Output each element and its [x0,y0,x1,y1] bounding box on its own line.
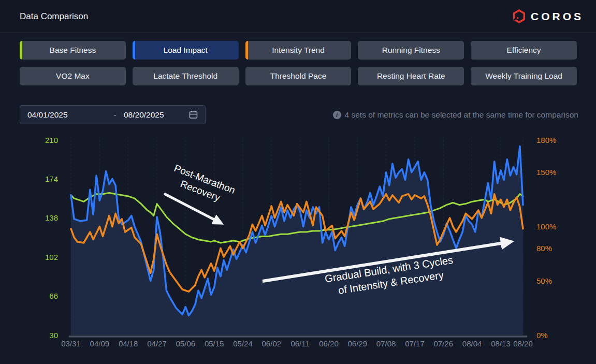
page-title: Data Comparison [20,11,88,22]
x-axis-tick: 05/06 [176,339,196,348]
x-axis-tick: 08/13 [491,339,511,348]
left-axis-tick: 138 [45,213,58,222]
metric-button-intensity-trend[interactable]: Intensity Trend [245,41,352,60]
annotation-arrow [263,242,511,281]
left-axis-tick: 66 [49,292,58,300]
metric-button-threshold-pace[interactable]: Threshold Pace [245,67,352,85]
right-axis-tick: 150% [536,168,556,177]
coros-logo: COROS [512,9,584,23]
x-axis-tick: 06/20 [319,339,339,348]
calendar-icon[interactable] [189,110,198,119]
left-axis-tick: 102 [45,253,58,261]
annotation-gradual-build: Gradual Build, with 3 Cyclesof Intensity… [324,254,456,298]
x-axis-tick: 07/08 [376,339,396,348]
metric-row-2: VO2 MaxLactate ThresholdThreshold PaceRe… [20,67,577,85]
info-text: 4 sets of metrics can be selected at the… [345,110,578,120]
annotation-arrow [164,194,221,223]
metric-accent-bar [133,41,135,60]
header: Data Comparison COROS [0,0,596,33]
metric-button-running-fitness[interactable]: Running Fitness [358,41,464,60]
right-axis-tick: 180% [536,136,556,144]
metric-button-base-fitness[interactable]: Base Fitness [20,41,126,60]
end-date[interactable]: 08/20/2025 [124,110,189,120]
x-axis-tick: 07/26 [434,339,454,348]
x-axis-tick: 05/15 [205,339,224,348]
coros-wordmark: COROS [531,10,584,23]
left-axis-tick: 174 [45,174,58,183]
x-axis-tick: 08/04 [462,339,482,348]
metric-button-vo2-max[interactable]: VO2 Max [20,67,126,85]
x-axis-tick: 04/09 [90,339,110,348]
x-axis-tick: 08/20 [513,339,533,348]
x-axis-tick: 06/02 [262,339,282,348]
metric-accent-bar [20,41,22,60]
metric-button-weekly-training-load[interactable]: Weekly Training Load [471,67,577,85]
left-axis-tick: 30 [49,331,58,340]
series-area-load-impact [71,147,523,335]
right-axis-tick: 100% [536,222,556,231]
x-axis-tick: 06/11 [290,339,309,348]
metric-button-efficiency[interactable]: Efficiency [471,41,577,60]
info-icon: i [333,111,341,119]
x-axis-tick: 05/24 [233,339,253,348]
x-axis-tick: 06/29 [348,339,368,348]
metric-accent-bar [245,41,248,60]
series-line-base-fitness [71,193,523,243]
right-axis-tick: 80% [536,244,552,253]
annotation-post-marathon-recovery: Post-MarathonRecovery [168,163,237,208]
x-axis-tick: 04/27 [147,339,167,348]
metric-button-load-impact[interactable]: Load Impact [133,41,239,60]
right-axis-tick: 0% [536,331,548,340]
date-range-separator: - [106,110,124,120]
series-line-intensity-trend [71,194,523,292]
metric-button-resting-heart-rate[interactable]: Resting Heart Rate [358,67,464,85]
metric-button-lactate-threshold[interactable]: Lactate Threshold [133,67,239,85]
selection-info: i 4 sets of metrics can be selected at t… [333,110,578,120]
series-line-load-impact [71,147,523,316]
start-date[interactable]: 04/01/2025 [27,110,106,120]
x-axis-tick: 04/18 [119,339,138,348]
x-axis-tick: 07/17 [405,339,425,348]
x-axis-line [69,336,527,338]
x-axis-tick: 03/31 [61,339,81,348]
right-axis-tick: 50% [536,276,552,285]
metric-selector: Base FitnessLoad ImpactIntensity TrendRu… [20,41,577,85]
date-range-picker[interactable]: 04/01/2025 - 08/20/2025 [20,105,206,124]
metric-row-1: Base FitnessLoad ImpactIntensity TrendRu… [20,41,577,60]
coros-hexagon-icon [512,9,526,23]
left-axis-tick: 210 [45,136,58,144]
